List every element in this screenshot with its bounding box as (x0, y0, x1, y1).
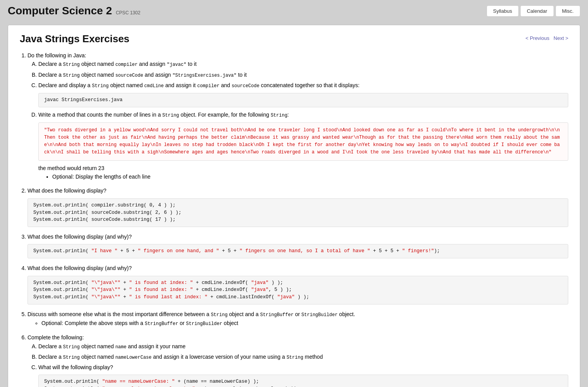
prev-next-links[interactable]: < Previous Next > (525, 35, 568, 41)
prev-link[interactable]: < Previous (525, 35, 549, 41)
q6-intro: Complete the following: (27, 334, 84, 341)
q1c-type: String (92, 83, 109, 89)
q2-code-block: System.out.println( compiler.substring( … (27, 198, 568, 227)
q1b-type: String (63, 73, 80, 78)
q6c-code-block: System.out.println( "name == nameLowerCa… (38, 375, 568, 387)
q6c: What will the following display? System.… (38, 363, 568, 387)
q5-type2: StringBuffer (260, 312, 293, 318)
calendar-link[interactable]: Calendar (520, 5, 554, 17)
q5-type3: StringBuilder (302, 312, 338, 318)
q5-optional: Optional: Complete the above steps with … (41, 319, 568, 328)
q6c-line1: System.out.println( "name == nameLowerCa… (44, 379, 259, 384)
top-nav: Syllabus Calendar Misc. (487, 5, 580, 17)
q1a-value: "javac" (167, 62, 186, 67)
site-title: Computer Science 2 (8, 5, 112, 17)
q3-intro: What does the following display (and why… (27, 234, 132, 240)
exercise-list: Do the following in Java: Declare a Stri… (20, 51, 568, 387)
main-content-area: Java Strings Exercises < Previous Next >… (8, 25, 580, 387)
q6b-type: String (63, 355, 80, 360)
q1c-v2: sourceCode (231, 83, 259, 89)
q1d-type2: String (271, 113, 287, 118)
misc-link[interactable]: Misc. (555, 5, 580, 17)
q1a-varname: compiler (115, 62, 138, 67)
header-title-group: Computer Science 2 CPSC 1302 (8, 5, 141, 17)
q1b: Declare a String object named sourceCode… (38, 71, 568, 79)
q4-code-block: System.out.println( "\"java\"" + " is fo… (27, 276, 568, 304)
q2-intro: What does the following display? (27, 187, 106, 194)
q1a-type: String (63, 62, 80, 67)
page-title: Java Strings Exercises (20, 33, 129, 45)
q5-opt-type2: StringBuilder (186, 321, 223, 327)
q1d-type1: String (162, 113, 179, 118)
q5-optional-list: Optional: Complete the above steps with … (27, 319, 568, 328)
q1d-optional: Optional: Display the lengths of each li… (52, 172, 568, 181)
q1a: Declare a String object named compiler a… (38, 60, 568, 69)
next-link[interactable]: Next > (554, 35, 568, 41)
q1b-value: "StringsExercises.java" (172, 73, 237, 78)
q6b-type2: String (286, 355, 303, 360)
q1c: Declare and display a String object name… (38, 81, 568, 107)
q6b: Declare a String object named nameLowerC… (38, 353, 568, 361)
q1d-optional-list: Optional: Display the lengths of each li… (38, 172, 568, 181)
q3-code-text: System.out.println( "I have " + 5 + " fi… (33, 248, 440, 254)
q6a-name: name (115, 344, 127, 350)
q1c-v1: compiler (197, 83, 219, 89)
question-2: What does the following display? System.… (27, 186, 568, 227)
q1c-code-block: javac StringsExercises.java (38, 93, 568, 107)
site-header: Computer Science 2 CPSC 1302 Syllabus Ca… (0, 0, 588, 22)
question-1: Do the following in Java: Declare a Stri… (27, 51, 568, 181)
q4-line2: System.out.println( "\"java\"" + " is fo… (33, 287, 292, 292)
question-3: What does the following display (and why… (27, 232, 568, 258)
question-6: Complete the following: Declare a String… (27, 333, 568, 387)
q1b-varname: sourceCode (115, 73, 143, 78)
q4-line1: System.out.println( "\"java\"" + " is fo… (33, 280, 283, 286)
q6-sub-list: Declare a String object named name and a… (27, 342, 568, 387)
q5-type1: String (211, 312, 228, 318)
q3-code-block: System.out.println( "I have " + 5 + " fi… (27, 244, 568, 258)
q4-intro: What does the following display (and why… (27, 265, 132, 271)
question-4: What does the following display (and why… (27, 264, 568, 304)
course-code: CPSC 1302 (116, 10, 140, 15)
syllabus-link[interactable]: Syllabus (487, 5, 519, 17)
q1-sub-list: Declare a String object named compiler a… (27, 60, 568, 181)
q6a-type: String (63, 344, 80, 350)
q4-line3: System.out.println( "\"java\"" + " is fo… (33, 294, 309, 300)
question-5: Discuss with someone else what is the mo… (27, 310, 568, 328)
q1d-return-text: the method would return 23 (38, 165, 104, 171)
q6a: Declare a String object named name and a… (38, 342, 568, 351)
q1-intro: Do the following in Java: (27, 52, 86, 58)
q1d: Write a method that counts the number of… (38, 110, 568, 181)
q1d-poem-block: "Two roads diverged in a yellow wood\nAn… (38, 122, 568, 161)
q5-opt-type1: StringBuffer (145, 321, 178, 327)
q1c-varname: cmdLine (144, 83, 164, 89)
q6b-name: nameLowerCase (115, 355, 152, 360)
page-header: Java Strings Exercises < Previous Next > (20, 33, 568, 45)
